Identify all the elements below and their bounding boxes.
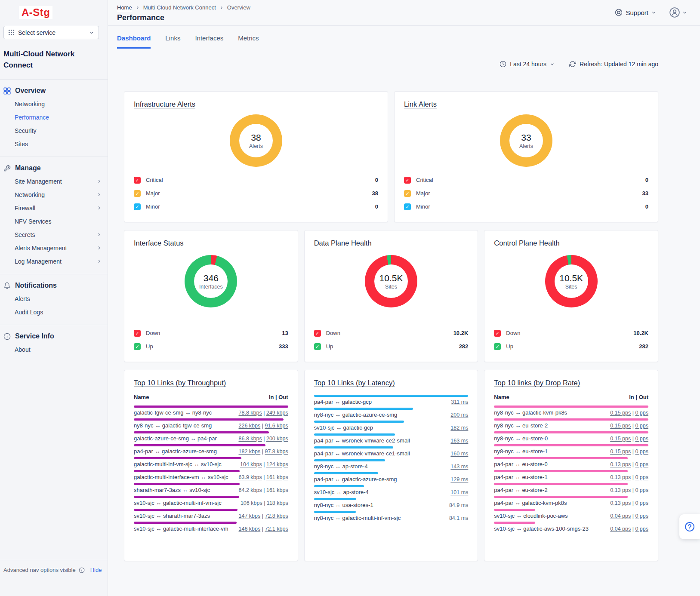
- out-value-link[interactable]: 200 kbps: [266, 436, 288, 442]
- out-value-link[interactable]: 0 pps: [635, 423, 648, 429]
- sidebar-item-notifications[interactable]: Notifications: [0, 279, 108, 292]
- support-menu[interactable]: Support: [615, 9, 656, 16]
- latency-value-link[interactable]: 101 ms: [450, 489, 468, 495]
- user-menu[interactable]: [669, 7, 687, 18]
- sidebar-item-site-management[interactable]: Site Management: [0, 175, 108, 188]
- legend-checkbox[interactable]: ✓: [404, 203, 411, 210]
- legend-checkbox[interactable]: ✓: [314, 330, 321, 337]
- in-value-link[interactable]: 86.8 kbps: [239, 436, 262, 442]
- latency-value-link[interactable]: 84.1 ms: [449, 515, 468, 521]
- sidebar-item-performance[interactable]: Performance: [0, 111, 108, 124]
- legend-checkbox[interactable]: ✓: [134, 330, 141, 337]
- out-value-link[interactable]: 0 pps: [635, 500, 648, 506]
- sidebar-item-about[interactable]: About: [0, 343, 108, 356]
- latency-value-link[interactable]: 160 ms: [450, 451, 468, 457]
- legend-checkbox[interactable]: ✓: [134, 203, 141, 210]
- sidebar-item-overview[interactable]: Overview: [0, 84, 108, 97]
- sidebar-item-sites[interactable]: Sites: [0, 137, 108, 151]
- out-value-link[interactable]: 0 pps: [635, 449, 648, 455]
- infrastructure-alerts-title[interactable]: Infrastructure Alerts: [134, 100, 195, 108]
- legend-checkbox[interactable]: ✓: [314, 343, 321, 350]
- tab-metrics[interactable]: Metrics: [238, 34, 259, 49]
- sidebar-item-service-info[interactable]: Service Info: [0, 330, 108, 343]
- breadcrumb-item[interactable]: Overview: [227, 4, 250, 11]
- tab-interfaces[interactable]: Interfaces: [195, 34, 223, 49]
- service-selector[interactable]: Select service: [3, 26, 99, 39]
- in-value-link[interactable]: 0.13 pps: [610, 500, 631, 506]
- out-value-link[interactable]: 0 pps: [635, 474, 648, 480]
- in-value-link[interactable]: 64.2 kbps: [239, 487, 262, 493]
- latency-value-link[interactable]: 129 ms: [450, 476, 468, 482]
- latency-value-link[interactable]: 200 ms: [450, 412, 468, 418]
- in-value-link[interactable]: 0.15 pps: [610, 423, 631, 429]
- in-value-link[interactable]: 0.13 pps: [610, 461, 631, 467]
- in-value-link[interactable]: 63.9 kbps: [239, 474, 262, 480]
- latency-value-link[interactable]: 84.9 ms: [449, 502, 468, 508]
- latency-value-link[interactable]: 163 ms: [450, 438, 468, 444]
- breadcrumb-home-link[interactable]: Home: [117, 4, 132, 11]
- sidebar-item-firewall[interactable]: Firewall: [0, 201, 108, 215]
- in-value-link[interactable]: 0.15 pps: [610, 449, 631, 455]
- in-value-link[interactable]: 0.15 pps: [610, 410, 631, 416]
- hide-nav-link[interactable]: Hide: [90, 567, 102, 573]
- out-value-link[interactable]: 0 pps: [635, 526, 648, 532]
- legend-checkbox[interactable]: ✓: [404, 177, 411, 184]
- in-value-link[interactable]: 147 kbps: [239, 513, 261, 519]
- link-alerts-title[interactable]: Link Alerts: [404, 100, 437, 108]
- sidebar-item-secrets[interactable]: Secrets: [0, 228, 108, 241]
- top-latency-title[interactable]: Top 10 Links (by Latency): [314, 379, 395, 387]
- time-range-selector[interactable]: Last 24 hours: [500, 61, 555, 68]
- interface-status-title[interactable]: Interface Status: [134, 239, 184, 247]
- breadcrumb-item[interactable]: Multi-Cloud Network Connect: [143, 4, 216, 11]
- out-value-link[interactable]: 124 kbps: [266, 461, 288, 467]
- legend-checkbox[interactable]: ✓: [404, 190, 411, 197]
- in-value-link[interactable]: 0.13 pps: [610, 474, 631, 480]
- in-value-link[interactable]: 78.8 kbps: [239, 410, 262, 416]
- tab-links[interactable]: Links: [165, 34, 180, 49]
- sidebar-item-networking-manage[interactable]: Networking: [0, 188, 108, 201]
- tab-dashboard[interactable]: Dashboard: [117, 34, 151, 49]
- out-value-link[interactable]: 97.8 kbps: [265, 449, 288, 455]
- out-value-link[interactable]: 72.8 kbps: [265, 513, 288, 519]
- sidebar-item-alerts-management[interactable]: Alerts Management: [0, 241, 108, 255]
- sidebar-item-alerts[interactable]: Alerts: [0, 292, 108, 305]
- top-drop-rate-title[interactable]: Top 10 links (by Drop Rate): [494, 379, 580, 387]
- out-value-link[interactable]: 161 kbps: [266, 487, 288, 493]
- legend-checkbox[interactable]: ✓: [134, 343, 141, 350]
- out-value-link[interactable]: 0 pps: [635, 436, 648, 442]
- in-value-link[interactable]: 226 kbps: [239, 423, 261, 429]
- latency-value-link[interactable]: 311 ms: [451, 399, 468, 405]
- in-value-link[interactable]: 0.04 pps: [610, 513, 631, 519]
- latency-value-link[interactable]: 182 ms: [450, 425, 468, 431]
- legend-checkbox[interactable]: ✓: [494, 330, 501, 337]
- in-value-link[interactable]: 0.15 pps: [610, 436, 631, 442]
- in-value-link[interactable]: 0.13 pps: [610, 487, 631, 493]
- legend-checkbox[interactable]: ✓: [134, 190, 141, 197]
- sidebar-item-nfv-services[interactable]: NFV Services: [0, 215, 108, 228]
- out-value-link[interactable]: 0 pps: [635, 513, 648, 519]
- legend-checkbox[interactable]: ✓: [494, 343, 501, 350]
- top-throughput-title[interactable]: Top 10 Links (by Throughput): [134, 379, 226, 387]
- out-value-link[interactable]: 91.6 kbps: [265, 423, 288, 429]
- legend-checkbox[interactable]: ✓: [134, 177, 141, 184]
- out-value-link[interactable]: 249 kbps: [266, 410, 288, 416]
- refresh-button[interactable]: Refresh: Updated 12 min ago: [569, 61, 658, 68]
- latency-value-link[interactable]: 143 ms: [450, 464, 468, 470]
- sidebar-item-audit-logs[interactable]: Audit Logs: [0, 305, 108, 319]
- out-value-link[interactable]: 0 pps: [635, 410, 648, 416]
- out-value-link[interactable]: 118 kbps: [267, 500, 288, 506]
- in-value-link[interactable]: 0.04 pps: [610, 526, 631, 532]
- in-value-link[interactable]: 182 kbps: [239, 449, 261, 455]
- out-value-link[interactable]: 0 pps: [635, 461, 648, 467]
- in-value-link[interactable]: 146 kbps: [239, 526, 261, 532]
- sidebar-item-security[interactable]: Security: [0, 124, 108, 137]
- out-value-link[interactable]: 72.1 kbps: [265, 526, 288, 532]
- sidebar-item-log-management[interactable]: Log Management: [0, 255, 108, 268]
- in-value-link[interactable]: 104 kbps: [240, 461, 262, 467]
- out-value-link[interactable]: 0 pps: [635, 487, 648, 493]
- in-value-link[interactable]: 106 kbps: [241, 500, 262, 506]
- sidebar-item-manage[interactable]: Manage: [0, 162, 108, 175]
- help-button[interactable]: [679, 514, 700, 539]
- sidebar-item-networking[interactable]: Networking: [0, 97, 108, 111]
- out-value-link[interactable]: 161 kbps: [266, 474, 288, 480]
